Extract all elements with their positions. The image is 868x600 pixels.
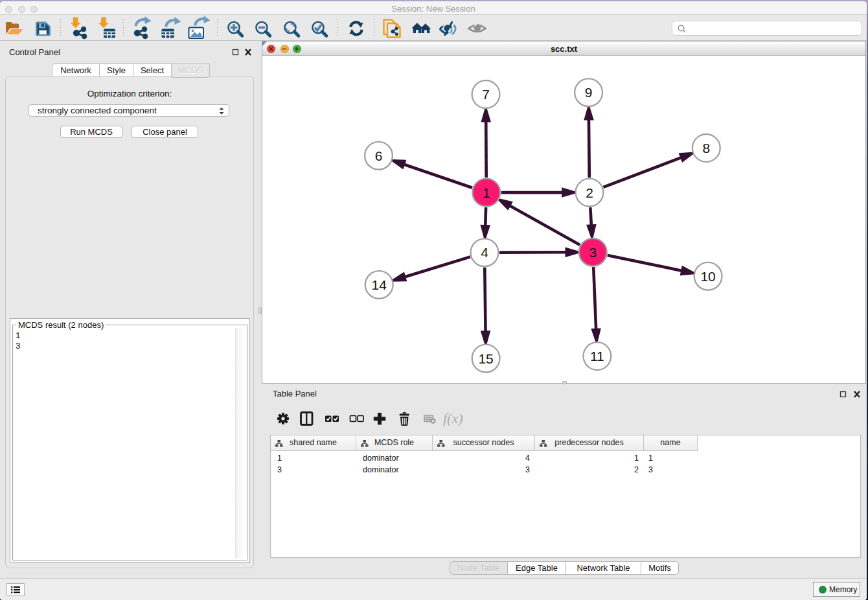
svg-text:8: 8 [702, 141, 710, 156]
svg-text:15: 15 [478, 351, 493, 366]
svg-text:2: 2 [586, 185, 593, 200]
svg-text:3: 3 [589, 245, 597, 260]
svg-text:7: 7 [482, 87, 490, 102]
svg-text:4: 4 [481, 245, 488, 260]
svg-text:6: 6 [375, 148, 383, 163]
svg-text:11: 11 [590, 349, 604, 363]
svg-text:f(x): f(x) [443, 410, 463, 426]
svg-text:14: 14 [372, 277, 387, 292]
svg-text:1: 1 [483, 185, 490, 200]
svg-text:10: 10 [700, 269, 715, 284]
svg-text:9: 9 [585, 85, 593, 100]
